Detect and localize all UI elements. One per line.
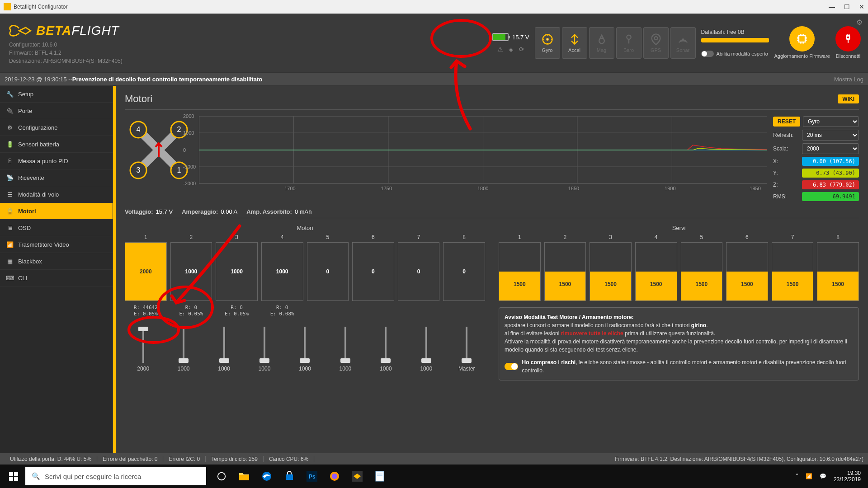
start-button[interactable] (3, 465, 24, 487)
sidebar-item-motori[interactable]: 🔒Motori (0, 203, 113, 220)
dataflash-panel: Dataflash: free 0B Abilita modalità espe… (701, 29, 769, 57)
sidebar-item-blackbox[interactable]: ▦Blackbox (0, 253, 113, 270)
show-log-button[interactable]: Mostra Log (834, 76, 863, 83)
source-select[interactable]: Gyro (803, 116, 859, 127)
message-bar: 2019-12-23 @ 19:30:15 -- Prevenzione di … (0, 72, 868, 86)
motor-slider-6[interactable]: 1000 (327, 327, 363, 372)
mah-value: 0 mAh (295, 208, 312, 215)
motor-bar-4: 41000R: 0E: 0.08% (261, 234, 303, 318)
windows-taskbar: 🔍 Scrivi qui per eseguire la ricerca Ps … (0, 465, 868, 488)
motor-slider-2[interactable]: 1000 (165, 327, 202, 372)
taskbar-search[interactable]: 🔍 Scrivi qui per eseguire la ricerca (25, 467, 206, 485)
window-close-button[interactable]: ✕ (859, 3, 864, 10)
main-content: Motori WIKI 4 2 3 1 (116, 86, 868, 453)
sidebar-item-vtx[interactable]: 📶Trasmettitore Video (0, 236, 113, 253)
svg-point-4 (654, 37, 657, 40)
scale-select[interactable]: 2000 (802, 143, 859, 154)
motor-slider-9[interactable]: Master (448, 327, 485, 372)
dataflash-label: Dataflash: free 0B (701, 29, 769, 35)
motor-slider-1[interactable]: 2000 (125, 327, 161, 372)
power-readout: Voltaggio:15.7 V Amperaggio:0.00 A Amp. … (125, 206, 859, 218)
motor-bar-3: 31000R: 0E: 0.05% (216, 234, 258, 318)
action-center-icon[interactable]: 💬 (820, 473, 826, 479)
status-bar: Utilizzo della porta: D: 44% U: 5% Error… (0, 453, 868, 465)
explorer-icon[interactable] (233, 465, 255, 487)
sidebar-item-setup[interactable]: 🔧Setup (0, 86, 113, 103)
sensor-gps: GPS (643, 27, 669, 59)
sidebar-item-modalita[interactable]: ☰Modalità di volo (0, 186, 113, 203)
sensor-baro: Baro (616, 27, 642, 59)
firefox-icon[interactable] (324, 465, 345, 487)
app-icon (4, 3, 11, 10)
svg-rect-31 (14, 477, 18, 481)
servo-bar-3: 31500 (590, 234, 632, 301)
graph-controls: RESET Gyro Refresh:20 ms Scala:2000 X:0.… (773, 116, 859, 201)
plug-icon (842, 33, 854, 45)
svg-rect-35 (286, 474, 293, 480)
settings-icon[interactable]: ⚙ (856, 18, 863, 27)
motor-slider-4[interactable]: 1000 (246, 327, 283, 372)
bars-icon: ▦ (6, 258, 14, 265)
motor-slider-3[interactable]: 1000 (206, 327, 242, 372)
system-clock[interactable]: 19:30 23/12/2019 (834, 470, 861, 483)
axis-z-value: 6.83 (779.02) (802, 180, 859, 189)
window-maximize-button[interactable]: ☐ (844, 3, 850, 10)
window-minimize-button[interactable]: — (829, 3, 835, 10)
windows-icon (9, 472, 18, 481)
svg-text:1: 1 (177, 166, 181, 174)
expert-mode-label: Abilita modalità esperto (717, 51, 768, 56)
betaflight-taskbar-icon[interactable] (346, 465, 368, 487)
dataflash-bar (701, 38, 769, 42)
sidebar-nav: 🔧Setup🔌Porte⚙Configurazione🔋Sensori batt… (0, 86, 113, 453)
svg-point-3 (627, 35, 631, 39)
display-icon: 🖥 (6, 224, 14, 231)
sidebar-item-porte[interactable]: 🔌Porte (0, 103, 113, 119)
sidebar-item-config[interactable]: ⚙Configurazione (0, 119, 113, 136)
wiki-button[interactable]: WIKI (838, 94, 859, 103)
sensor-status-panel: GyroAccelMagBaroGPSSonar (535, 27, 696, 59)
sensor-gyro: Gyro (535, 27, 560, 59)
waves-icon: 📶 (6, 241, 14, 248)
notepad-icon[interactable] (369, 465, 391, 487)
motor-slider-8[interactable]: 1000 (408, 327, 444, 372)
sidebar-item-cli[interactable]: ⌨CLI (0, 270, 113, 286)
warning-icon: ⚠ (497, 46, 503, 53)
reset-button[interactable]: RESET (773, 117, 800, 127)
motor-slider-7[interactable]: 1000 (368, 327, 404, 372)
understand-risks-toggle[interactable] (505, 363, 518, 370)
svg-rect-29 (14, 472, 18, 476)
sidebar-item-ricevente[interactable]: 📡Ricevente (0, 169, 113, 186)
svg-rect-30 (9, 477, 13, 481)
servo-bar-1: 11500 (499, 234, 541, 301)
voltage-value: 15.7 V (156, 208, 173, 215)
expert-mode-toggle[interactable] (701, 51, 714, 57)
svg-point-7 (847, 37, 849, 38)
battery-icon: 🔋 (6, 141, 14, 148)
motor-slider-5[interactable]: 1000 (287, 327, 323, 372)
sidebar-item-batteria[interactable]: 🔋Sensori batteria (0, 136, 113, 153)
sidebar-item-pid[interactable]: 🎚Messa a punto PID (0, 153, 113, 169)
link-icon: ◈ (509, 46, 514, 53)
edge-icon[interactable] (256, 465, 278, 487)
store-icon[interactable] (278, 465, 300, 487)
cpu-load: Carico CPU: 6% (264, 456, 314, 462)
window-titlebar: Betaflight Configurator — ☐ ✕ (0, 0, 868, 14)
lock-icon: 🔒 (6, 207, 14, 215)
tray-expand-icon[interactable]: ˄ (796, 473, 798, 479)
svg-text:2: 2 (177, 126, 181, 133)
servo-bar-8: 81500 (817, 234, 859, 301)
svg-text:Ps: Ps (309, 474, 316, 480)
sensor-accel: Accel (562, 27, 587, 59)
message-timestamp: 2019-12-23 @ 19:30:15 -- (5, 76, 72, 83)
refresh-icon[interactable]: ⟳ (519, 46, 524, 53)
motor-bar-2: 21000R: 0E: 0.05% (170, 234, 212, 318)
photoshop-icon[interactable]: Ps (301, 465, 323, 487)
firmware-update-button[interactable]: Aggiornamento Firmware (774, 26, 830, 59)
disconnect-button[interactable]: Disconnetti (835, 26, 861, 59)
wifi-icon[interactable]: 📶 (806, 473, 812, 479)
refresh-select[interactable]: 20 ms (802, 130, 859, 141)
firmware-info: Firmware: BTFL 4.1.2, Destinazione: AIRB… (615, 456, 863, 462)
firmware-version: Firmware: BTFL 4.1.2 (9, 50, 123, 56)
sidebar-item-osd[interactable]: 🖥OSD (0, 220, 113, 236)
cortana-icon[interactable] (211, 465, 232, 487)
